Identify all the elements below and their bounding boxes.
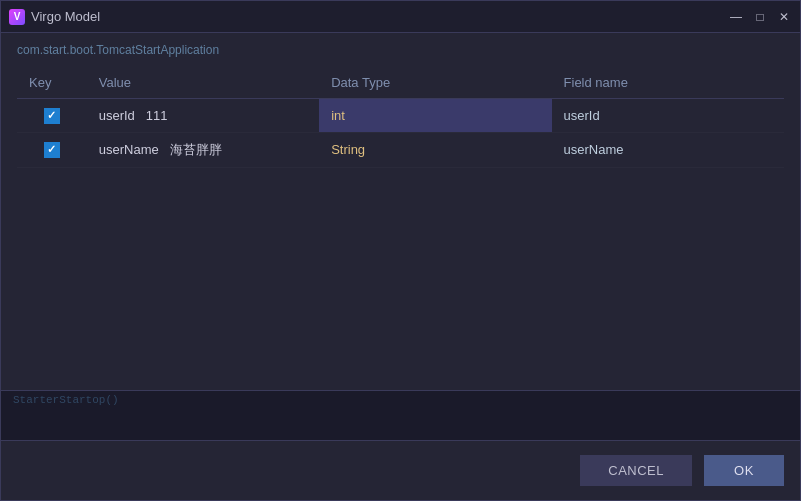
column-header-datatype: Data Type [319, 67, 551, 99]
row-2-datatype: String [331, 142, 365, 157]
row-2-fieldname-cell: userName [552, 132, 784, 167]
row-1-datatype-cell[interactable]: int [319, 99, 551, 133]
row-2-fieldname: userName [564, 142, 624, 157]
minimize-button[interactable]: — [728, 9, 744, 25]
row-1-checkbox[interactable] [44, 108, 60, 124]
maximize-button[interactable]: □ [752, 9, 768, 25]
footer: CANCEL OK [1, 440, 800, 500]
data-table: Key Value Data Type Field name u [17, 67, 784, 168]
row-1-fieldname: userId [564, 108, 600, 123]
main-body: com.start.boot.TomcatStartApplication Ke… [1, 33, 800, 500]
table-header-row: Key Value Data Type Field name [17, 67, 784, 99]
window-title: Virgo Model [31, 9, 728, 24]
row-1-checkbox-cell [17, 99, 87, 133]
row-2-checkbox-cell [17, 132, 87, 167]
row-1-value-cell: userId 111 [87, 99, 319, 133]
row-2-value-key: userName [99, 142, 159, 157]
data-table-container: Key Value Data Type Field name u [17, 67, 784, 390]
row-1-fieldname-cell: userId [552, 99, 784, 133]
row-1-datatype: int [331, 108, 345, 123]
row-2-datatype-cell[interactable]: String [319, 132, 551, 167]
breadcrumb: com.start.boot.TomcatStartApplication [1, 33, 800, 67]
column-header-value: Value [87, 67, 319, 99]
row-2-checkbox[interactable] [44, 142, 60, 158]
close-button[interactable]: ✕ [776, 9, 792, 25]
app-icon: V [9, 9, 25, 25]
table-row[interactable]: userId 111 int userId [17, 99, 784, 133]
cancel-button[interactable]: CANCEL [580, 455, 692, 486]
code-area: StarterStartop() [1, 390, 800, 440]
title-bar: V Virgo Model — □ ✕ [1, 1, 800, 33]
column-header-key: Key [17, 67, 87, 99]
table-row[interactable]: userName 海苔胖胖 String userName [17, 132, 784, 167]
window-controls: — □ ✕ [728, 9, 792, 25]
content-area: Key Value Data Type Field name u [1, 67, 800, 390]
main-window: V Virgo Model — □ ✕ com.start.boot.Tomca… [0, 0, 801, 501]
code-line-1: StarterStartop() [1, 391, 800, 409]
row-2-value-cell: userName 海苔胖胖 [87, 132, 319, 167]
row-2-value-val: 海苔胖胖 [170, 142, 222, 157]
row-1-value-val: 111 [146, 108, 168, 123]
ok-button[interactable]: OK [704, 455, 784, 486]
row-1-value-key: userId [99, 108, 135, 123]
column-header-fieldname: Field name [552, 67, 784, 99]
